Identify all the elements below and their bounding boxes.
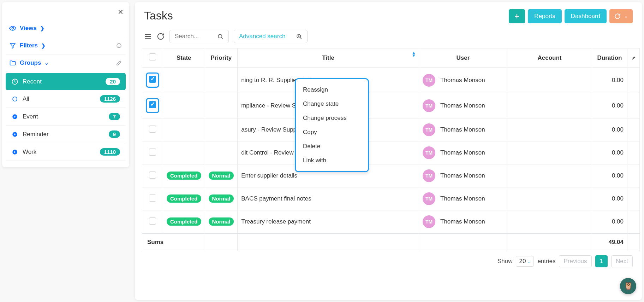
add-button[interactable] [509, 9, 525, 23]
sidebar-item-reminder[interactable]: Reminder9 [6, 126, 126, 143]
arrow-icon [11, 149, 18, 156]
table-row[interactable]: Completed Normal BACS payment final note… [142, 187, 640, 210]
avatar: TM [423, 146, 435, 159]
folder-icon [9, 59, 16, 66]
table-row[interactable]: Completed Normal Enter supplier details … [142, 164, 640, 187]
show-label: Show [497, 258, 513, 265]
sums-duration: 49.04 [592, 233, 627, 251]
groups-section-header[interactable]: Groups ⌄ [6, 54, 126, 71]
table-row[interactable]: mpliance - Review Supplier Details TMTho… [142, 93, 640, 118]
row-checkbox[interactable] [149, 172, 156, 179]
row-account [507, 118, 592, 141]
sidebar-item-count: 7 [109, 113, 120, 120]
svg-point-4 [13, 97, 17, 101]
groups-label: Groups [20, 59, 41, 66]
col-header-account[interactable]: Account [507, 48, 592, 68]
avatar: TM [423, 169, 435, 182]
pager-next[interactable]: Next [611, 255, 633, 267]
context-menu-item-link-with[interactable]: Link with [296, 153, 368, 168]
sidebar-item-event[interactable]: Event7 [6, 108, 126, 126]
row-checkbox[interactable] [149, 194, 156, 202]
col-header-checkbox[interactable] [142, 48, 163, 68]
table-row[interactable]: dit Control - Review Supplier Details TM… [142, 141, 640, 164]
priority-badge: Normal [209, 172, 234, 180]
col-header-title[interactable]: Title ▲▼ [238, 48, 419, 68]
edit-icon[interactable] [116, 60, 122, 66]
search-input[interactable] [175, 33, 214, 40]
context-menu-item-change-state[interactable]: Change state [296, 97, 368, 111]
row-account [507, 93, 592, 118]
chevron-down-icon: ⌄ [624, 14, 628, 19]
col-header-pin[interactable] [627, 48, 640, 68]
table-row[interactable]: asury - Review Supplier Details TMThomas… [142, 118, 640, 141]
refresh-dropdown-button[interactable]: ⌄ [609, 9, 633, 23]
sidebar-item-work[interactable]: Work1110 [6, 143, 126, 161]
sidebar-item-recent[interactable]: Recent20 [6, 73, 126, 90]
row-checkbox[interactable] [149, 126, 156, 133]
page-size-select[interactable]: 20 ⌄ [516, 256, 534, 267]
col-header-user[interactable]: User [419, 48, 507, 68]
sidebar-item-count: 20 [106, 78, 120, 85]
col-header-state[interactable]: State [163, 48, 205, 68]
context-menu-item-change-process[interactable]: Change process [296, 111, 368, 125]
context-menu: ReassignChange stateChange processCopyDe… [295, 78, 369, 172]
table-footer: Show 20 ⌄ entries Previous 1 Next [135, 251, 642, 267]
row-user: Thomas Monson [440, 195, 485, 202]
advanced-search-button[interactable]: Advanced search [234, 30, 308, 43]
row-account [507, 187, 592, 210]
sidebar: ✕ Views ❯ Filters ❯ Groups ⌄ [2, 2, 129, 167]
context-menu-item-delete[interactable]: Delete [296, 139, 368, 153]
sidebar-item-count: 9 [109, 130, 120, 138]
sidebar-item-label: Recent [23, 78, 42, 85]
avatar: TM [423, 99, 435, 112]
sidebar-item-label: All [23, 95, 29, 103]
row-checkbox[interactable] [149, 76, 156, 83]
header-actions: Reports Dashboard ⌄ [509, 9, 633, 23]
reports-button[interactable]: Reports [528, 9, 562, 23]
row-checkbox[interactable] [149, 101, 156, 108]
clock-icon [11, 78, 18, 85]
row-duration: 0.00 [592, 68, 627, 93]
sums-label: Sums [142, 233, 205, 251]
pager-previous[interactable]: Previous [559, 255, 591, 267]
sidebar-item-count: 1126 [100, 95, 120, 103]
help-owl-avatar[interactable]: 🦉 [620, 278, 636, 294]
filters-section[interactable]: Filters ❯ [6, 37, 126, 54]
context-menu-item-reassign[interactable]: Reassign [296, 83, 368, 97]
sidebar-item-label: Work [23, 149, 36, 156]
row-duration: 0.00 [592, 210, 627, 234]
svg-line-14 [221, 37, 222, 39]
search-icon[interactable] [217, 33, 223, 40]
views-section[interactable]: Views ❯ [6, 20, 126, 37]
eye-icon [9, 25, 16, 32]
row-user: Thomas Monson [440, 218, 485, 225]
context-menu-item-copy[interactable]: Copy [296, 125, 368, 139]
table-row[interactable]: Completed Normal Treasury release paymen… [142, 210, 640, 234]
arrow-icon [11, 113, 18, 120]
row-checkbox[interactable] [149, 149, 156, 156]
circle-outline-icon[interactable] [116, 42, 122, 49]
row-account [507, 68, 592, 93]
search-plus-icon [296, 33, 302, 40]
state-badge: Completed [167, 172, 201, 180]
avatar: TM [423, 74, 435, 87]
entries-label: entries [537, 258, 555, 265]
pager-page-1[interactable]: 1 [595, 255, 608, 267]
svg-point-0 [12, 28, 14, 29]
row-checkbox[interactable] [149, 217, 156, 225]
search-input-wrap[interactable] [169, 30, 229, 43]
col-header-priority[interactable]: Priority [205, 48, 238, 68]
svg-marker-1 [10, 43, 15, 48]
col-header-duration[interactable]: Duration [592, 48, 627, 68]
sidebar-item-all[interactable]: All1126 [6, 90, 126, 108]
refresh-icon[interactable] [157, 33, 165, 40]
row-user: Thomas Monson [440, 126, 485, 133]
advanced-search-label: Advanced search [239, 33, 285, 40]
table-row[interactable]: ning to R. R. Suppliers Ltd TMThomas Mon… [142, 68, 640, 93]
tasks-table: State Priority Title ▲▼ User Account Dur… [142, 48, 640, 251]
menu-icon[interactable] [144, 33, 152, 40]
row-duration: 0.00 [592, 93, 627, 118]
dashboard-button[interactable]: Dashboard [565, 9, 607, 23]
close-icon[interactable]: ✕ [118, 8, 124, 16]
arrow-icon [11, 131, 18, 138]
